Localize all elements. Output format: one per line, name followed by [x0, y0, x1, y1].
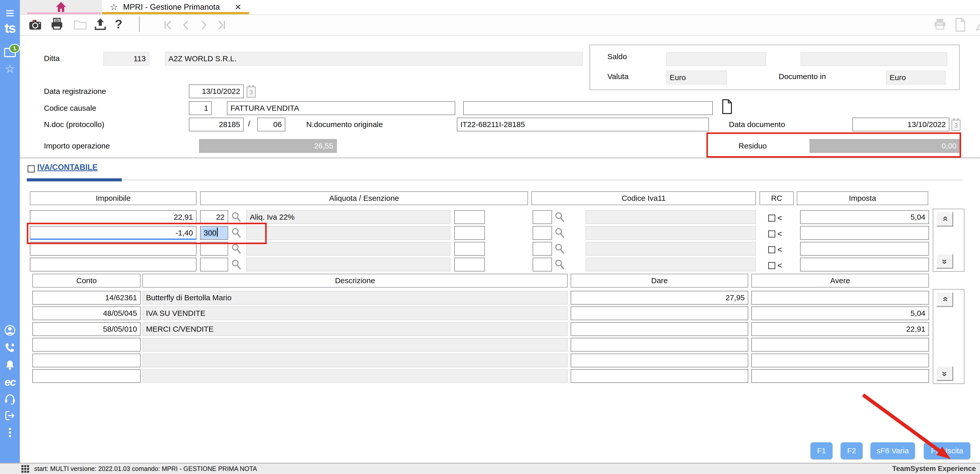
codice-causale-desc-field[interactable]: FATTURA VENDITA — [227, 101, 455, 115]
iva-aliquota-code-input[interactable]: 22 — [200, 210, 228, 224]
print-pdf-icon[interactable]: PDF — [933, 18, 947, 32]
avere-input[interactable] — [751, 353, 929, 367]
sf6-varia-button[interactable]: sF6 Varia — [870, 442, 915, 459]
conto-scroll-down-button[interactable]: » — [936, 366, 953, 381]
tab-favorite-star-icon[interactable]: ☆ — [110, 2, 118, 13]
nav-next-icon[interactable] — [198, 19, 209, 31]
iva-imponibile-input[interactable] — [30, 258, 197, 272]
avere-input[interactable] — [751, 369, 929, 383]
search-icon[interactable] — [231, 227, 242, 239]
saldo-field-1[interactable] — [666, 52, 766, 66]
tab-iva-contabile[interactable]: IVA/CONTABILE — [37, 163, 98, 172]
ndoc-originale-field[interactable]: IT22-68211I-28185 — [457, 118, 709, 131]
calendar-icon-2[interactable]: 3 — [951, 120, 961, 131]
iva-aliquota-code-input[interactable] — [200, 242, 228, 256]
conto-scroll-up-button[interactable]: » — [936, 292, 953, 307]
phone-contact-icon[interactable] — [4, 342, 16, 353]
iva-imposta-input[interactable]: 5,04 — [800, 210, 929, 224]
conto-input[interactable] — [32, 338, 141, 352]
nav-last-icon[interactable] — [215, 19, 226, 31]
open-folder-icon[interactable] — [73, 19, 87, 30]
print-icon[interactable] — [51, 18, 63, 31]
iva-extra-input[interactable] — [454, 258, 485, 272]
screenshot-camera-icon[interactable] — [29, 18, 41, 31]
dare-input[interactable] — [571, 322, 748, 336]
rc-checkbox[interactable] — [768, 262, 775, 269]
calendar-icon[interactable]: 3 — [247, 86, 256, 98]
iva-codice-input[interactable] — [533, 258, 552, 272]
search-icon[interactable] — [554, 227, 565, 239]
search-icon[interactable] — [231, 243, 242, 255]
conto-input[interactable] — [32, 369, 141, 383]
ndoc-bis-field[interactable]: 06 — [257, 118, 285, 131]
rc-checkbox[interactable] — [768, 215, 775, 222]
nav-first-icon[interactable] — [163, 19, 174, 31]
iva-contabile-checkbox[interactable] — [27, 165, 35, 172]
iva-extra-input[interactable] — [454, 226, 485, 240]
dare-input[interactable] — [571, 338, 748, 352]
iva-imponibile-input[interactable]: -1,40 — [30, 226, 197, 240]
iva-extra-input[interactable] — [454, 242, 485, 256]
avere-input[interactable]: 22,91 — [751, 322, 929, 336]
app-grid-icon[interactable] — [21, 465, 29, 473]
conto-input[interactable] — [32, 353, 141, 367]
iva-codice-input[interactable] — [533, 226, 552, 240]
ndoc-field[interactable]: 28185 — [189, 118, 244, 131]
f1-button[interactable]: F1 — [811, 442, 832, 459]
iva-extra-input[interactable] — [454, 210, 485, 224]
document-icon[interactable] — [721, 99, 732, 114]
iva-scroll-up-button[interactable]: » — [936, 212, 953, 227]
f2-button[interactable]: F2 — [841, 442, 862, 459]
iva-imponibile-input[interactable] — [30, 242, 197, 256]
saldo-field-2[interactable] — [800, 52, 947, 66]
favorites-star-icon[interactable]: ☆ — [5, 62, 15, 75]
hamburger-menu-icon[interactable] — [6, 9, 14, 18]
avere-input[interactable] — [751, 291, 929, 305]
more-options-icon[interactable] — [9, 426, 11, 439]
conto-input[interactable]: 58/05/010 — [32, 322, 141, 336]
iva-imposta-input[interactable] — [800, 226, 929, 240]
nav-previous-icon[interactable] — [181, 19, 191, 31]
avere-input[interactable]: 5,04 — [751, 306, 929, 320]
search-icon[interactable] — [231, 259, 242, 271]
iva-imposta-input[interactable] — [800, 242, 929, 256]
search-icon[interactable] — [554, 212, 565, 223]
conto-input[interactable]: 48/05/045 — [32, 306, 141, 320]
upload-icon[interactable] — [94, 18, 107, 30]
codice-causale-extra-field[interactable] — [463, 101, 713, 115]
tab-home[interactable] — [20, 0, 102, 14]
ditta-name-field[interactable]: A2Z WORLD S.R.L. — [165, 52, 583, 65]
codice-causale-code-field[interactable]: 1 — [189, 101, 212, 115]
tab-mpri-gestione-primanota[interactable]: ☆ MPRI - Gestione Primanota ✕ — [102, 0, 249, 14]
search-icon[interactable] — [554, 243, 565, 255]
rc-checkbox[interactable] — [768, 231, 775, 237]
valuta-field[interactable]: Euro — [666, 71, 727, 84]
documento-in-field[interactable]: Euro — [886, 71, 945, 84]
tab-close-icon[interactable]: ✕ — [234, 2, 242, 12]
iva-aliquota-code-input[interactable] — [200, 258, 228, 272]
edit-pencil-icon[interactable] — [975, 17, 980, 32]
rc-checkbox[interactable] — [768, 246, 775, 253]
documents-folder-icon[interactable]: 1 — [4, 48, 16, 57]
dare-input[interactable] — [571, 306, 748, 320]
ditta-code-field[interactable]: 113 — [103, 52, 149, 65]
search-icon[interactable] — [554, 259, 565, 271]
support-headset-icon[interactable] — [4, 393, 16, 405]
help-icon[interactable]: ? — [115, 15, 122, 33]
iva-codice-input[interactable] — [533, 210, 552, 224]
conto-input[interactable]: 14/62361 — [32, 291, 141, 305]
new-document-icon[interactable] — [954, 17, 966, 32]
data-registrazione-field[interactable]: 13/10/2022 — [189, 84, 244, 98]
account-icon[interactable] — [4, 324, 16, 336]
dare-input[interactable] — [571, 353, 748, 367]
logout-icon[interactable] — [4, 410, 16, 422]
iva-imposta-input[interactable] — [800, 258, 929, 272]
dare-input[interactable] — [571, 369, 748, 383]
f9-uscita-button[interactable]: F9 Uscita — [924, 442, 970, 459]
notifications-bell-icon[interactable] — [4, 359, 16, 371]
iva-imponibile-input[interactable]: 22,91 — [30, 210, 197, 224]
search-icon[interactable] — [231, 212, 242, 223]
iva-aliquota-code-input[interactable]: 300 — [200, 226, 228, 240]
iva-scroll-down-button[interactable]: » — [936, 254, 953, 269]
iva-codice-input[interactable] — [533, 242, 552, 256]
